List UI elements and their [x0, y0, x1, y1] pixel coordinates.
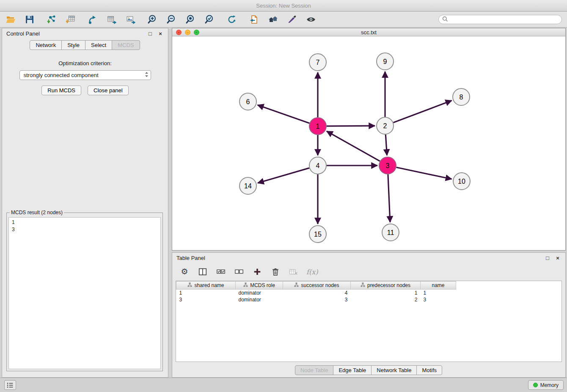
- search-input[interactable]: [450, 17, 558, 22]
- table-row[interactable]: 1 dominator 4 1 1: [176, 290, 456, 296]
- tab-style[interactable]: Style: [61, 40, 85, 50]
- column-header-shared-name[interactable]: shared name: [176, 282, 236, 290]
- node-table-area: shared name MCDS role successor nodes pr…: [176, 281, 562, 362]
- table-panel-header: Table Panel □ ×: [172, 253, 565, 263]
- graph-node-label: 2: [383, 122, 387, 130]
- tab-select[interactable]: Select: [85, 40, 112, 50]
- network-window-titlebar[interactable]: × − + scc.txt: [172, 28, 565, 36]
- mcds-result-list[interactable]: 1 3: [8, 217, 161, 369]
- zoom-window-icon[interactable]: +: [194, 30, 199, 35]
- float-panel-icon[interactable]: □: [147, 30, 154, 37]
- delete-column-icon[interactable]: [288, 266, 299, 277]
- add-row-icon[interactable]: [252, 266, 263, 277]
- graph-node-8[interactable]: 8: [453, 88, 470, 105]
- import-network-icon[interactable]: [46, 14, 57, 25]
- close-panel-button[interactable]: Close panel: [88, 86, 129, 95]
- home-networks-icon[interactable]: [267, 14, 278, 25]
- table-cell[interactable]: 1: [421, 290, 456, 296]
- delete-row-icon[interactable]: [270, 266, 281, 277]
- graph-node-1[interactable]: 1: [309, 118, 326, 135]
- graph-node-14[interactable]: 14: [239, 177, 256, 194]
- export-image-icon[interactable]: [125, 14, 136, 25]
- table-settings-gear-icon[interactable]: ⚙: [179, 266, 190, 277]
- graph-edge-2-3[interactable]: [385, 135, 387, 155]
- graph-edge-2-8[interactable]: [394, 101, 452, 123]
- close-window-icon[interactable]: ×: [176, 30, 182, 35]
- run-mcds-button[interactable]: Run MCDS: [41, 86, 81, 95]
- result-item: 3: [12, 226, 157, 233]
- table-cell[interactable]: 3: [176, 296, 236, 303]
- tab-network[interactable]: Network: [30, 40, 62, 50]
- dropdown-stepper-icon: [144, 72, 149, 79]
- graph-node-2[interactable]: 2: [377, 117, 394, 134]
- graph-edge-3-11[interactable]: [388, 174, 390, 222]
- tab-mcds[interactable]: MCDS: [112, 40, 140, 50]
- graph-node-7[interactable]: 7: [309, 54, 326, 71]
- graph-node-label: 6: [246, 98, 250, 105]
- tab-edge-table[interactable]: Edge Table: [333, 365, 372, 375]
- graph-node-6[interactable]: 6: [239, 93, 256, 110]
- zoom-fit-icon[interactable]: [185, 14, 196, 25]
- mcds-result-box: MCDS result (2 nodes) 1 3: [6, 210, 163, 371]
- control-panel-tabs: Network Style Select MCDS: [2, 40, 168, 50]
- graph-node-3[interactable]: 3: [379, 157, 396, 174]
- style-brush-icon[interactable]: [286, 14, 297, 25]
- graph-node-9[interactable]: 9: [377, 53, 394, 70]
- table-cell[interactable]: 1: [176, 290, 236, 296]
- first-neighbors-icon[interactable]: [248, 14, 259, 25]
- function-builder-icon[interactable]: f(x): [306, 268, 318, 276]
- graph-node-label: 9: [383, 58, 387, 65]
- export-table-icon[interactable]: [106, 14, 117, 25]
- control-panel-title: Control Panel: [6, 30, 40, 37]
- graph-edge-3-10[interactable]: [396, 167, 452, 179]
- float-table-panel-icon[interactable]: □: [544, 255, 551, 262]
- open-file-icon[interactable]: [5, 14, 16, 25]
- column-header-mcds-role[interactable]: MCDS role: [236, 282, 283, 290]
- task-history-icon[interactable]: [4, 380, 16, 390]
- select-all-icon[interactable]: [215, 266, 226, 277]
- save-session-icon[interactable]: [24, 14, 35, 25]
- tab-motifs[interactable]: Motifs: [416, 365, 442, 375]
- graph-edge-1-2[interactable]: [327, 126, 375, 126]
- criterion-value: strongly connected component: [24, 72, 144, 78]
- table-panel: Table Panel □ × ⚙ f(x): [172, 252, 566, 378]
- graph-node-11[interactable]: 11: [382, 224, 399, 241]
- show-columns-icon[interactable]: [197, 266, 208, 277]
- column-header-name[interactable]: name: [421, 282, 456, 290]
- table-cell[interactable]: 3: [421, 296, 456, 303]
- table-cell[interactable]: dominator: [236, 296, 283, 303]
- network-graph[interactable]: 7968124314101511: [172, 37, 565, 250]
- graph-node-label: 10: [458, 178, 465, 185]
- graph-edge-4-14[interactable]: [258, 168, 309, 183]
- column-header-predecessor-nodes[interactable]: predecessor nodes: [351, 282, 421, 290]
- network-canvas[interactable]: 7968124314101511: [172, 37, 565, 250]
- optimization-criterion-label: Optimization criterion:: [2, 60, 168, 66]
- graph-edge-1-6[interactable]: [258, 105, 310, 123]
- zoom-in-icon[interactable]: [147, 14, 158, 25]
- apply-layout-icon[interactable]: [226, 14, 237, 25]
- graph-node-4[interactable]: 4: [309, 157, 326, 174]
- column-header-successor-nodes[interactable]: successor nodes: [283, 282, 351, 290]
- table-cell[interactable]: dominator: [236, 290, 283, 296]
- import-table-icon[interactable]: [65, 14, 76, 25]
- export-network-icon[interactable]: [87, 14, 98, 25]
- table-cell[interactable]: 1: [351, 290, 421, 296]
- close-panel-icon[interactable]: ×: [157, 30, 164, 37]
- table-row[interactable]: 3 dominator 3 2 3: [176, 296, 456, 303]
- minimize-window-icon[interactable]: −: [185, 30, 190, 35]
- graph-node-10[interactable]: 10: [453, 173, 470, 190]
- tab-node-table[interactable]: Node Table: [295, 365, 334, 375]
- zoom-out-icon[interactable]: [166, 14, 177, 25]
- graph-edge-3-1[interactable]: [327, 131, 380, 161]
- table-cell[interactable]: 2: [351, 296, 421, 303]
- graph-node-15[interactable]: 15: [309, 226, 326, 243]
- tab-network-table[interactable]: Network Table: [371, 365, 417, 375]
- table-cell[interactable]: 4: [283, 290, 351, 296]
- memory-button[interactable]: Memory: [528, 380, 564, 390]
- table-cell[interactable]: 3: [283, 296, 351, 303]
- zoom-selected-icon[interactable]: [204, 14, 215, 25]
- criterion-dropdown[interactable]: strongly connected component: [19, 70, 151, 80]
- eye-icon[interactable]: [306, 14, 317, 25]
- unselect-all-icon[interactable]: [234, 266, 245, 277]
- close-table-panel-icon[interactable]: ×: [554, 255, 561, 262]
